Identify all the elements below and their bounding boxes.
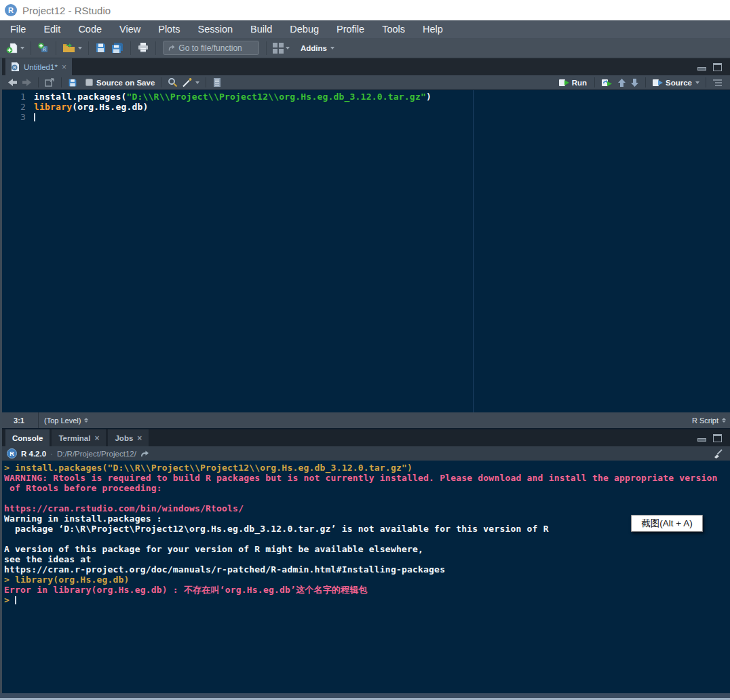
menu-help[interactable]: Help <box>414 20 452 38</box>
console-line: WARNING: Rtools is required to build R p… <box>4 473 730 483</box>
goto-file-search[interactable] <box>163 41 259 55</box>
source-on-save-checkbox[interactable]: Source on Save <box>83 75 157 91</box>
save-button[interactable] <box>93 40 109 56</box>
document-outline-button[interactable] <box>710 75 725 91</box>
rstudio-window: R Project12 - RStudio File Edit Code Vie… <box>0 0 730 700</box>
scope-selector[interactable]: (Top Level) <box>39 416 88 425</box>
find-replace-button[interactable] <box>166 75 180 91</box>
rerun-button[interactable] <box>599 75 615 91</box>
menu-file[interactable]: File <box>1 20 35 38</box>
run-button[interactable]: Run <box>556 75 590 91</box>
minimize-console-icon[interactable] <box>697 438 706 442</box>
save-all-button[interactable] <box>109 40 126 56</box>
source-pane: R Untitled1* × <box>0 58 730 428</box>
code-line: install.packages("D:\\R\\Project\\Projec… <box>34 92 730 102</box>
rstudio-logo-icon: R <box>5 4 17 16</box>
goto-file-input[interactable] <box>178 43 254 53</box>
open-file-caret-icon <box>78 47 82 50</box>
new-project-button[interactable]: R <box>35 40 52 56</box>
editor-status-bar: 3:1 (Top Level) R Script <box>0 412 730 428</box>
editor-tab-strip: R Untitled1* × <box>0 58 730 75</box>
tab-console[interactable]: Console <box>5 429 50 446</box>
run-label: Run <box>572 79 587 87</box>
source-button[interactable]: Source <box>650 75 702 91</box>
magic-wand-icon <box>182 77 193 88</box>
save-icon <box>68 78 77 88</box>
menu-code[interactable]: Code <box>69 20 111 38</box>
menu-plots[interactable]: Plots <box>149 20 189 38</box>
compile-report-button[interactable] <box>210 75 224 91</box>
tab-terminal[interactable]: Terminal × <box>52 429 106 446</box>
save-all-icon <box>111 42 124 54</box>
editor-toolbar: Source on Save <box>0 75 730 90</box>
r-logo-icon: R <box>7 448 17 459</box>
code-editor[interactable]: 123 install.packages("D:\\R\\Project\\Pr… <box>0 90 730 412</box>
code-tools-button[interactable] <box>180 75 201 91</box>
console-line: https://cran.rstudio.com/bin/windows/Rto… <box>4 503 730 513</box>
console-line: package ‘D:\R\Project\Project12\org.Hs.e… <box>4 524 730 534</box>
menu-tools[interactable]: Tools <box>373 20 414 38</box>
notebook-icon <box>212 77 222 88</box>
menu-view[interactable]: View <box>111 20 149 38</box>
line-number: 1 <box>2 92 26 102</box>
menu-session[interactable]: Session <box>189 20 242 38</box>
console-line: of Rtools before proceeding: <box>4 483 730 493</box>
addins-button[interactable]: Addins <box>297 40 337 56</box>
goto-arrow-icon <box>168 43 175 52</box>
console-line: Warning in install.packages : <box>4 513 730 524</box>
maximize-pane-icon[interactable] <box>713 63 722 71</box>
menu-build[interactable]: Build <box>242 20 281 38</box>
terminal-close-icon[interactable]: × <box>94 435 99 442</box>
panes-layout-button[interactable] <box>271 40 292 56</box>
tab-close-icon[interactable]: × <box>62 64 66 71</box>
file-type-selector[interactable]: R Script <box>692 416 726 425</box>
screenshot-tooltip-text: 截图(Alt + A) <box>641 518 692 530</box>
text-cursor <box>34 113 35 121</box>
console-line: https://cran.r-project.org/doc/manuals/r… <box>4 564 730 575</box>
code-lines: install.packages("D:\\R\\Project\\Projec… <box>34 92 730 122</box>
addins-label: Addins <box>301 44 327 52</box>
maximize-console-icon[interactable] <box>713 434 722 442</box>
back-button[interactable] <box>5 75 20 91</box>
scope-label: (Top Level) <box>44 416 81 425</box>
new-file-caret-icon <box>20 47 24 50</box>
line-number: 3 <box>2 112 26 122</box>
jobs-tab-label: Jobs <box>115 434 133 442</box>
title-bar: R Project12 - RStudio <box>0 0 730 20</box>
new-file-button[interactable] <box>4 40 26 56</box>
forward-button[interactable] <box>20 75 34 91</box>
popout-icon <box>45 78 55 87</box>
save-source-button[interactable] <box>66 75 79 91</box>
jobs-close-icon[interactable]: × <box>137 435 142 442</box>
back-arrow-icon <box>7 78 18 87</box>
main-toolbar: R <box>0 38 730 58</box>
svg-text:R: R <box>13 65 16 71</box>
menu-profile[interactable]: Profile <box>328 20 373 38</box>
menu-edit[interactable]: Edit <box>35 20 69 38</box>
up-arrow-icon <box>617 78 626 88</box>
forward-arrow-icon <box>22 78 32 87</box>
open-file-button[interactable] <box>60 40 84 56</box>
popout-button[interactable] <box>43 75 57 91</box>
clear-console-icon[interactable] <box>712 448 723 459</box>
console-line: > install.packages("D:\\R\\Project\\Proj… <box>4 463 730 473</box>
menu-debug[interactable]: Debug <box>281 20 328 38</box>
tab-untitled1[interactable]: R Untitled1* × <box>5 58 72 75</box>
tab-jobs[interactable]: Jobs × <box>108 429 149 446</box>
down-arrow-icon <box>630 78 639 88</box>
working-directory: D:/R/Project/Project12/ <box>57 450 136 458</box>
go-next-chunk-button[interactable] <box>628 75 641 91</box>
screenshot-tooltip: 截图(Alt + A) <box>631 515 703 532</box>
goto-directory-icon[interactable] <box>140 450 149 458</box>
console-line <box>4 534 730 544</box>
print-button[interactable] <box>135 40 151 56</box>
scope-spinner-icon <box>84 418 88 423</box>
console-output[interactable]: > install.packages("D:\\R\\Project\\Proj… <box>0 461 730 693</box>
r-script-icon: R <box>11 62 20 72</box>
go-prev-chunk-button[interactable] <box>615 75 628 91</box>
minimize-pane-icon[interactable] <box>697 67 706 71</box>
file-type-label: R Script <box>692 416 718 425</box>
window-bottom-edge <box>0 693 730 698</box>
r-version: R 4.2.0 <box>21 450 46 458</box>
print-icon <box>137 42 149 54</box>
